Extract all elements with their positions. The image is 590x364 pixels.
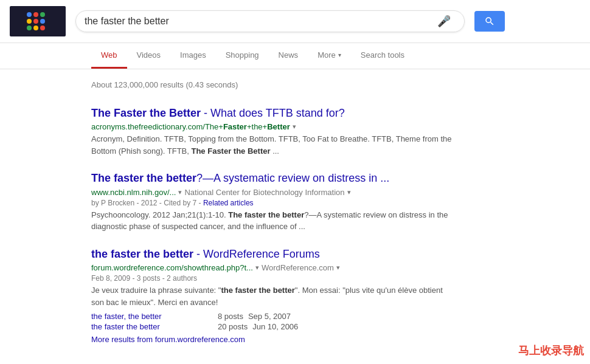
- dropdown-arrow-icon[interactable]: ▾: [255, 264, 259, 272]
- results-stats: About 123,000,000 results (0.43 seconds): [91, 74, 499, 95]
- tab-videos[interactable]: Videos: [127, 43, 171, 69]
- search-bar: the faster the better 🎤: [75, 10, 465, 32]
- results-area: About 123,000,000 results (0.43 seconds)…: [0, 69, 590, 363]
- sub-link-meta: 20 posts: [218, 322, 248, 331]
- tab-more[interactable]: More ▾: [308, 43, 351, 69]
- result-title[interactable]: The Faster the Better - What does TFTB s…: [91, 106, 456, 120]
- result-meta: Feb 8, 2009 - 3 posts - 2 authors: [91, 274, 456, 283]
- result-url: acronyms.thefreedictionary.com/The+Faste…: [91, 122, 290, 131]
- logo-dot: [33, 26, 38, 30]
- logo-dot: [40, 19, 45, 24]
- dropdown-arrow-icon-2[interactable]: ▾: [347, 188, 351, 196]
- logo-dot: [33, 19, 38, 24]
- search-icon: [484, 16, 495, 27]
- chevron-down-icon: ▾: [338, 52, 341, 58]
- result-url-row: acronyms.thefreedictionary.com/The+Faste…: [91, 122, 456, 131]
- sub-link-date: Jun 10, 2006: [252, 322, 298, 331]
- watermark: 马上收录导航: [518, 343, 584, 358]
- sub-link-row: the faster the better 20 posts Jun 10, 2…: [91, 322, 456, 331]
- google-logo: [10, 6, 66, 36]
- dropdown-arrow-icon[interactable]: ▾: [293, 123, 296, 131]
- logo-dots: [27, 12, 49, 30]
- result-url: www.ncbi.nlm.nih.gov/...: [91, 188, 176, 197]
- result-url-row: www.ncbi.nlm.nih.gov/... ▾ National Cent…: [91, 188, 456, 197]
- logo-dot: [27, 26, 32, 30]
- tab-images[interactable]: Images: [170, 43, 216, 69]
- more-results-link[interactable]: More results from forum.wordreference.co…: [91, 335, 456, 344]
- sub-link[interactable]: the faster, the better: [91, 312, 213, 321]
- result-item: the faster the better - WordReference Fo…: [91, 247, 456, 344]
- search-button[interactable]: [474, 11, 505, 32]
- tab-web[interactable]: Web: [91, 43, 127, 69]
- sub-link[interactable]: the faster the better: [91, 322, 213, 331]
- result-item: The faster the better?—A systematic revi…: [91, 171, 456, 232]
- tab-search-tools[interactable]: Search tools: [351, 43, 414, 69]
- result-meta: by P Brocken - 2012 - Cited by 7 - Relat…: [91, 199, 456, 207]
- microphone-icon[interactable]: 🎤: [437, 15, 451, 28]
- logo-dot: [33, 12, 38, 17]
- sub-link-row: the faster, the better 8 posts Sep 5, 20…: [91, 312, 456, 321]
- logo-dot: [40, 26, 45, 30]
- sub-link-date: Sep 5, 2007: [248, 312, 291, 321]
- header: the faster the better 🎤: [0, 0, 590, 43]
- tab-news[interactable]: News: [269, 43, 308, 69]
- result-url: forum.wordreference.com/showthread.php?t…: [91, 263, 253, 272]
- result-title[interactable]: the faster the better - WordReference Fo…: [91, 247, 456, 261]
- related-articles-link[interactable]: Related articles: [203, 199, 254, 207]
- result-item: The Faster the Better - What does TFTB s…: [91, 106, 456, 157]
- search-input[interactable]: the faster the better: [85, 16, 437, 27]
- result-snippet: Psychooncology. 2012 Jan;21(1):1-10. The…: [91, 209, 456, 233]
- result-snippet: Je veux traduire la phrase suivante: "th…: [91, 284, 456, 308]
- dropdown-arrow-icon-2[interactable]: ▾: [336, 264, 340, 272]
- dropdown-arrow-icon[interactable]: ▾: [178, 188, 182, 196]
- result-title[interactable]: The faster the better?—A systematic revi…: [91, 171, 456, 185]
- result-url-source: National Center for Biotechnology Inform…: [184, 188, 344, 197]
- result-url-row: forum.wordreference.com/showthread.php?t…: [91, 263, 456, 272]
- result-url-source: WordReference.com: [262, 263, 334, 272]
- result-snippet: Acronym, Definition. TFTB, Topping from …: [91, 133, 456, 157]
- nav-tabs: Web Videos Images Shopping News More ▾ S…: [0, 43, 590, 69]
- logo-dot: [27, 19, 32, 24]
- logo-dot: [27, 12, 32, 17]
- sub-links: the faster, the better 8 posts Sep 5, 20…: [91, 312, 456, 344]
- tab-shopping[interactable]: Shopping: [216, 43, 269, 69]
- sub-link-meta: 8 posts: [218, 312, 243, 321]
- logo-dot: [40, 12, 45, 17]
